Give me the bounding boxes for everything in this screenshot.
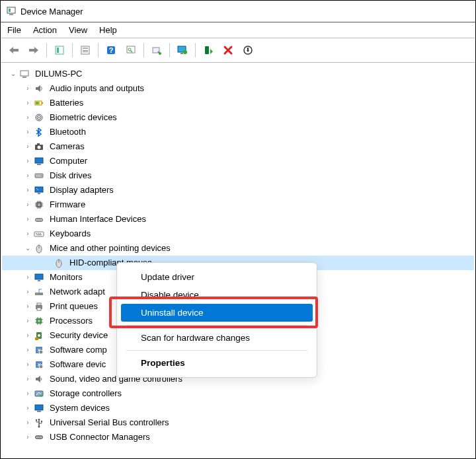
expand-icon[interactable]: › (23, 186, 32, 195)
tree-root[interactable]: ⌄ DILUMS-PC (2, 67, 474, 81)
menu-item-properties[interactable]: Properties (121, 354, 313, 372)
svg-point-77 (38, 426, 40, 428)
expand-spacer (43, 258, 52, 267)
tree-item-label: Universal Serial Bus controllers (48, 415, 171, 430)
tree-item[interactable]: ›USB Connector Managers (2, 430, 474, 444)
tree-item[interactable]: ›Audio inputs and outputs (2, 81, 474, 96)
svg-rect-22 (20, 71, 28, 76)
scan-button[interactable] (122, 42, 140, 59)
tree-item-label: System devices (48, 401, 111, 415)
expand-icon[interactable]: › (23, 113, 32, 122)
expand-icon[interactable]: › (23, 273, 32, 282)
expand-icon[interactable]: › (23, 302, 32, 311)
separator (46, 43, 47, 57)
svg-rect-1 (9, 14, 13, 15)
svg-rect-58 (36, 293, 37, 295)
forward-button[interactable] (24, 42, 43, 59)
tree-item[interactable]: ›Display adapters (2, 183, 474, 197)
tree-item-label: Security device (48, 328, 109, 343)
expand-icon[interactable]: › (23, 433, 32, 442)
expand-icon[interactable]: › (23, 215, 32, 224)
enable-device-button[interactable] (199, 42, 218, 59)
svg-rect-61 (37, 303, 41, 305)
menu-item-uninstall-device[interactable]: Uninstall device (121, 304, 313, 322)
tree-item[interactable]: ⌄Mice and other pointing devices (2, 241, 474, 256)
disable-device-button[interactable] (239, 42, 257, 59)
tree-item[interactable]: ›Batteries (2, 96, 474, 110)
svg-rect-34 (35, 158, 43, 163)
expand-icon[interactable]: › (23, 84, 32, 93)
tree-item[interactable]: ›Disk drives (2, 168, 474, 183)
update-driver-button[interactable] (147, 42, 166, 59)
svg-rect-38 (35, 187, 43, 192)
keyboard-icon (33, 228, 45, 240)
network-icon (33, 286, 45, 298)
monitor-refresh-button[interactable] (173, 42, 192, 59)
tree-item[interactable]: ›Storage controllers (2, 386, 474, 401)
svg-rect-46 (34, 232, 44, 236)
tree-item[interactable]: ›Universal Serial Bus controllers (2, 415, 474, 430)
expand-icon[interactable]: › (23, 171, 32, 180)
collapse-icon[interactable]: ⌄ (9, 69, 18, 79)
separator (143, 43, 144, 57)
svg-point-69 (39, 350, 43, 354)
tree-item-label: Audio inputs and outputs (48, 81, 145, 96)
expand-icon[interactable]: › (23, 287, 32, 297)
expand-icon[interactable]: › (23, 142, 32, 151)
tree-item[interactable]: ›Keyboards (2, 227, 474, 241)
back-button[interactable] (5, 42, 23, 59)
help-button[interactable]: ? (102, 42, 120, 59)
svg-rect-20 (205, 46, 209, 54)
svg-point-44 (38, 219, 40, 221)
expand-icon[interactable]: › (23, 374, 32, 384)
svg-rect-81 (37, 437, 41, 438)
menu-help[interactable]: Help (99, 25, 117, 35)
tree-root-label: DILUMS-PC (34, 67, 84, 81)
tree-item[interactable]: ›Firmware (2, 197, 474, 212)
tree-item-label: Human Interface Devices (48, 212, 147, 227)
hid-icon (33, 213, 45, 225)
tree-item[interactable]: ›Human Interface Devices (2, 212, 474, 227)
expand-icon[interactable]: › (23, 345, 32, 355)
fingerprint-icon (33, 112, 45, 124)
menu-file[interactable]: File (7, 25, 21, 35)
expand-icon[interactable]: › (23, 404, 32, 413)
svg-rect-57 (35, 293, 43, 295)
expand-icon[interactable]: › (23, 331, 32, 340)
menu-item-update-driver[interactable]: Update driver (121, 268, 313, 286)
uninstall-device-button[interactable] (219, 42, 237, 59)
svg-rect-5 (56, 46, 63, 54)
expand-icon[interactable]: › (23, 360, 32, 369)
sound-icon (33, 373, 45, 385)
app-icon (6, 6, 17, 17)
svg-point-43 (36, 219, 38, 221)
tree-item[interactable]: ›Cameras (2, 139, 474, 154)
tree-item-label: Storage controllers (48, 386, 123, 401)
separator (98, 43, 99, 57)
titlebar: Device Manager (1, 1, 475, 22)
expand-icon[interactable]: › (23, 389, 32, 398)
menu-item-scan-for-hardware-changes[interactable]: Scan for hardware changes (121, 329, 313, 347)
tree-item[interactable]: ›Computer (2, 154, 474, 168)
menu-item-disable-device[interactable]: Disable device (121, 286, 313, 304)
expand-icon[interactable]: › (23, 98, 32, 108)
expand-icon[interactable]: › (23, 229, 32, 238)
svg-rect-35 (37, 164, 41, 165)
menu-view[interactable]: View (69, 25, 87, 35)
svg-rect-9 (83, 50, 88, 51)
tree-item[interactable]: ›Bluetooth (2, 125, 474, 139)
tree-item[interactable]: ›Biometric devices (2, 110, 474, 125)
battery-icon (33, 97, 45, 109)
expand-icon[interactable]: › (23, 316, 32, 326)
expand-icon[interactable]: › (23, 418, 32, 427)
tree-item[interactable]: ›System devices (2, 401, 474, 415)
menu-action[interactable]: Action (33, 25, 57, 35)
expand-icon[interactable]: › (23, 157, 32, 166)
expand-icon[interactable]: › (23, 127, 32, 137)
properties-button[interactable] (76, 42, 95, 59)
chip-icon (33, 199, 45, 211)
expand-icon[interactable]: › (23, 200, 32, 209)
expand-icon[interactable]: ⌄ (23, 244, 32, 253)
usb-icon (33, 417, 45, 429)
show-hide-tree-button[interactable] (50, 42, 69, 59)
